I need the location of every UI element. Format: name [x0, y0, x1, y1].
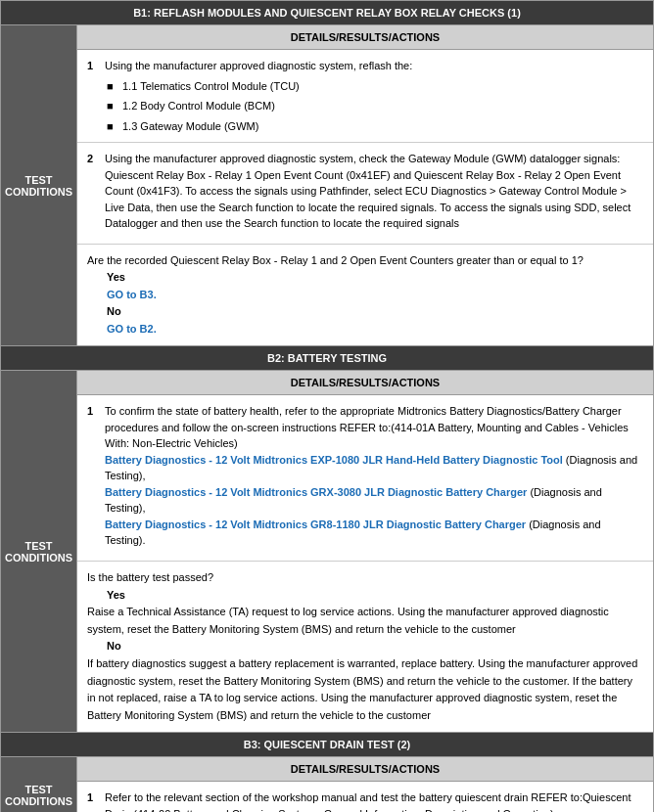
section-b1: B1: REFLASH MODULES AND QUIESCENT RELAY … — [0, 0, 654, 346]
b1-goto-b3-link[interactable]: GO to B3. — [107, 289, 157, 300]
b1-row3-yesno: Are the recorded Quiescent Relay Box - R… — [77, 245, 653, 346]
b1-row2: 2 Using the manufacturer approved diagno… — [77, 143, 653, 245]
b2-row1: 1 To confirm the state of battery health… — [77, 395, 653, 562]
section-b2-header: B2: BATTERY TESTING — [1, 346, 653, 370]
page-container: B1: REFLASH MODULES AND QUIESCENT RELAY … — [0, 0, 654, 812]
b2-test-conditions-label: TESTCONDITIONS — [1, 371, 77, 732]
b1-header-row: TESTCONDITIONS DETAILS/RESULTS/ACTIONS 1… — [1, 24, 653, 345]
b2-link3[interactable]: Battery Diagnostics - 12 Volt Midtronics… — [105, 519, 526, 530]
b1-goto-b2-link[interactable]: GO to B2. — [107, 323, 157, 335]
b3-header-row: TESTCONDITIONS DETAILS/RESULTS/ACTIONS 1… — [1, 756, 653, 812]
b3-test-conditions-label: TESTCONDITIONS — [1, 757, 77, 812]
b1-col-header: DETAILS/RESULTS/ACTIONS 1 Using the manu… — [77, 25, 653, 345]
section-b3-header: B3: QUIESCENT DRAIN TEST (2) — [1, 733, 653, 756]
b1-subitem-3: ■ 1.3 Gateway Module (GWM) — [107, 118, 643, 135]
b1-subitem-2: ■ 1.2 Body Control Module (BCM) — [107, 98, 643, 114]
b1-test-conditions-label: TESTCONDITIONS — [1, 25, 77, 345]
section-b1-header: B1: REFLASH MODULES AND QUIESCENT RELAY … — [1, 1, 653, 24]
b3-col-header: DETAILS/RESULTS/ACTIONS 1 Refer to the r… — [77, 757, 653, 812]
section-b3: B3: QUIESCENT DRAIN TEST (2) TESTCONDITI… — [0, 733, 654, 812]
b2-row2-yesno: Is the battery test passed? Yes Raise a … — [77, 562, 653, 732]
b2-col-header: DETAILS/RESULTS/ACTIONS 1 To confirm the… — [77, 371, 653, 732]
b2-link2[interactable]: Battery Diagnostics - 12 Volt Midtronics… — [105, 486, 527, 498]
b3-row1: 1 Refer to the relevant section of the w… — [77, 782, 653, 812]
b2-header-row: TESTCONDITIONS DETAILS/RESULTS/ACTIONS 1… — [1, 370, 653, 732]
b2-link1[interactable]: Battery Diagnostics - 12 Volt Midtronics… — [105, 454, 563, 466]
section-b2: B2: BATTERY TESTING TESTCONDITIONS DETAI… — [0, 346, 654, 733]
b1-row1: 1 Using the manufacturer approved diagno… — [77, 50, 653, 143]
b1-subitem-1: ■ 1.1 Telematics Control Module (TCU) — [107, 78, 643, 95]
